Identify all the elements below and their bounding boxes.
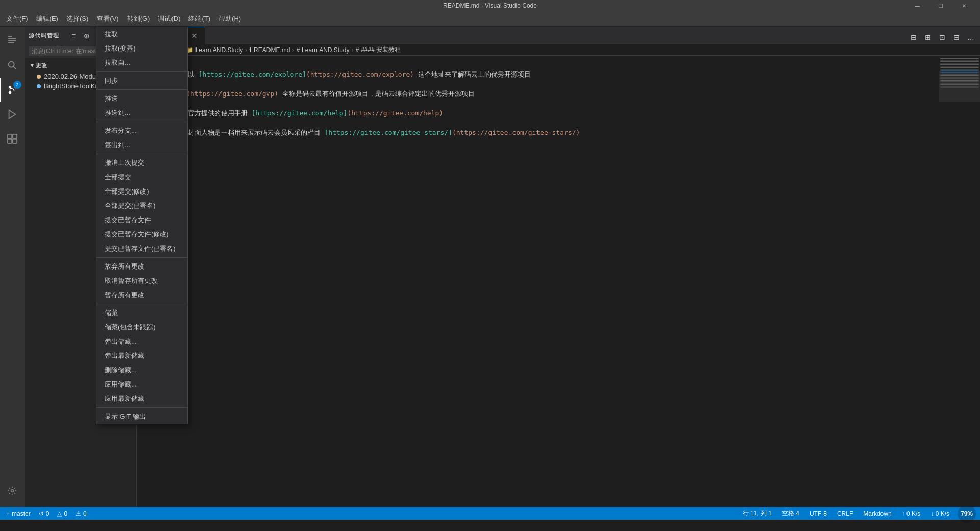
minimap-viewport: [939, 71, 980, 102]
editor-area[interactable]: 34 35 36 37 38 3.你可以 [https://gitee.com/…: [137, 56, 980, 507]
menu-pop-stash[interactable]: 弹出储藏...: [96, 334, 187, 349]
upload-speed: ↑ 0 K/s: [900, 507, 923, 520]
menu-select[interactable]: 选择(S): [62, 11, 92, 27]
menu-pull[interactable]: 拉取: [96, 27, 187, 41]
menu-unstage-all[interactable]: 取消暂存所有更改: [96, 274, 187, 288]
minimap: [939, 56, 980, 507]
menu-undo-commit[interactable]: 撤消上次提交: [96, 156, 187, 170]
error-status[interactable]: ⚠ 0: [74, 507, 89, 520]
menu-discard-all[interactable]: 放弃所有更改: [96, 259, 187, 274]
svg-point-4: [9, 62, 14, 67]
svg-rect-13: [13, 139, 17, 143]
breadcrumb-readme-label: README.md: [254, 46, 290, 54]
activity-bar: 2: [0, 27, 24, 507]
menu-debug[interactable]: 调试(D): [154, 11, 184, 27]
breadcrumb-learn-label: Learn.AND.Study: [195, 46, 243, 54]
minimap-line: [940, 61, 979, 62]
sidebar-add-btn[interactable]: ⊕: [81, 30, 92, 41]
menu-push[interactable]: 推送: [96, 91, 187, 106]
editor-line-37: 6.码云封面人物是一档用来展示码云会员风采的栏目 [https://gitee.…: [166, 128, 939, 137]
minimap-line: [940, 63, 979, 64]
menu-stage-all[interactable]: 暂存所有更改: [96, 288, 187, 302]
zoom-label: 79%: [961, 510, 973, 517]
file-modified-dot: [37, 75, 41, 79]
menu-edit[interactable]: 编辑(E): [32, 11, 62, 27]
menu-show-git-output[interactable]: 显示 GIT 输出: [96, 409, 187, 424]
toggle-sidebar-btn[interactable]: ⊞: [921, 30, 935, 44]
minimap-line: [940, 67, 979, 68]
menu-view[interactable]: 查看(V): [92, 11, 122, 27]
menu-stash-include-untracked[interactable]: 储藏(包含未跟踪): [96, 320, 187, 334]
menu-apply-stash[interactable]: 应用储藏...: [96, 377, 187, 392]
menu-apply-latest-stash[interactable]: 应用最新储藏: [96, 392, 187, 406]
editor-line-36: 5.码云官方提供的使用手册 [https://gitee.com/help](h…: [166, 108, 939, 118]
customize-layout-btn[interactable]: ⊟: [949, 30, 964, 44]
menu-terminal[interactable]: 终端(T): [184, 11, 214, 27]
svg-point-6: [9, 86, 12, 89]
warning-count: 0: [64, 510, 67, 517]
extensions-icon[interactable]: [0, 127, 24, 151]
download-label: ↓ 0 K/s: [930, 510, 949, 517]
editor-content[interactable]: 3.你可以 [https://gitee.com/explore](https:…: [162, 56, 939, 507]
tab-bar: ℹ README.md ✕ ⊟ ⊞ ⊡ ⊟ …: [137, 27, 980, 44]
toggle-panel-btn[interactable]: ⊡: [935, 30, 949, 44]
breadcrumb-h1[interactable]: # Learn.AND.Study: [296, 46, 349, 54]
breadcrumb-h4-label: #### 安装教程: [361, 45, 401, 54]
sidebar-menu-btn[interactable]: ≡: [68, 30, 79, 41]
split-editor-btn[interactable]: ⊟: [906, 30, 921, 44]
debug-icon[interactable]: [0, 102, 24, 127]
more-actions-btn[interactable]: …: [964, 30, 978, 44]
branch-status[interactable]: ⑂ master: [4, 507, 33, 520]
menu-commit-staged-amend[interactable]: 提交已暂存文件(修改): [96, 227, 187, 242]
breadcrumb-h4[interactable]: # #### 安装教程: [356, 45, 401, 54]
encoding-status[interactable]: UTF-8: [807, 507, 829, 520]
menu-drop-stash[interactable]: 删除储藏...: [96, 363, 187, 377]
hash-icon: #: [296, 46, 300, 54]
search-icon-activity[interactable]: [0, 53, 24, 78]
tab-close-btn[interactable]: ✕: [190, 32, 199, 40]
menu-commit-all-signed[interactable]: 全部提交(已署名): [96, 199, 187, 213]
maximize-button[interactable]: ❐: [929, 0, 952, 11]
svg-rect-1: [8, 38, 16, 39]
menu-file[interactable]: 文件(F): [2, 11, 32, 27]
status-bar-left: ⑂ master ↺ 0 △ 0 ⚠ 0: [4, 507, 89, 520]
minimize-button[interactable]: —: [905, 0, 929, 11]
menu-sync[interactable]: 同步: [96, 74, 187, 88]
eol-status[interactable]: CRLF: [835, 507, 855, 520]
close-button[interactable]: ✕: [952, 0, 976, 11]
menu-commit-all-amend[interactable]: 全部提交(修改): [96, 184, 187, 199]
git-icon[interactable]: 2: [0, 78, 24, 102]
git-badge: 2: [13, 81, 21, 89]
git-branch-icon: ⑂: [6, 510, 10, 517]
menu-commit-all[interactable]: 全部提交: [96, 170, 187, 184]
svg-rect-3: [8, 42, 14, 43]
breadcrumb-readme[interactable]: ℹ README.md: [249, 46, 290, 54]
context-menu: 拉取 拉取(变基) 拉取自... 同步 推送 推送到... 发布分支... 签出…: [96, 27, 188, 424]
language-status[interactable]: Markdown: [861, 507, 893, 520]
menu-help[interactable]: 帮助(H): [214, 11, 245, 27]
menu-commit-staged[interactable]: 提交已暂存文件: [96, 213, 187, 227]
sync-status[interactable]: ↺ 0: [37, 507, 52, 520]
menu-push-to[interactable]: 推送到...: [96, 106, 187, 120]
warning-status[interactable]: △ 0: [55, 507, 69, 520]
menu-goto[interactable]: 转到(G): [123, 11, 154, 27]
menu-stash[interactable]: 储藏: [96, 306, 187, 320]
svg-rect-2: [8, 40, 16, 41]
menu-publish-branch[interactable]: 发布分支...: [96, 124, 187, 138]
file-icon: ℹ: [249, 46, 252, 54]
dropdown-menu-overlay: 拉取 拉取(变基) 拉取自... 同步 推送 推送到... 发布分支... 签出…: [96, 27, 188, 424]
cursor-position[interactable]: 行 11, 列 1: [741, 507, 774, 520]
menu-pop-latest-stash[interactable]: 弹出最新储藏: [96, 349, 187, 363]
indent-status[interactable]: 空格:4: [780, 507, 801, 520]
breadcrumb-learn[interactable]: 📁 Learn.AND.Study: [186, 46, 243, 54]
settings-icon[interactable]: [0, 478, 24, 503]
minimap-line: [940, 58, 979, 59]
menu-checkout[interactable]: 签出到...: [96, 138, 187, 152]
menu-commit-staged-signed[interactable]: 提交已暂存文件(已署名): [96, 242, 187, 256]
menu-pull-rebase[interactable]: 拉取(变基): [96, 41, 187, 56]
indent-label: 空格:4: [782, 509, 799, 518]
warning-icon: △: [57, 510, 62, 517]
tab-bar-right: ⊟ ⊞ ⊡ ⊟ …: [904, 30, 980, 44]
menu-pull-from[interactable]: 拉取自...: [96, 56, 187, 70]
explorer-icon[interactable]: [0, 29, 24, 53]
